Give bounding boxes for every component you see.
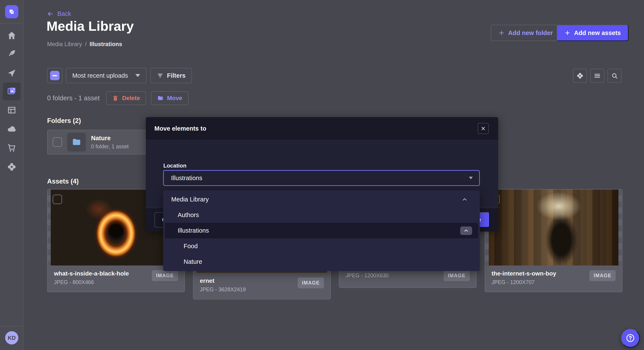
- sidebar: KD: [0, 0, 24, 350]
- chevron-down-icon: [469, 177, 473, 179]
- asset-meta: JPEG - 1200X630: [346, 272, 389, 278]
- sidebar-item-content-manager[interactable]: [0, 101, 24, 120]
- option-label: Media Library: [171, 196, 209, 203]
- back-label: Back: [57, 10, 71, 17]
- plus-icon: [498, 30, 505, 36]
- asset-name: ernet: [200, 277, 246, 284]
- dropdown-option-authors[interactable]: Authors: [165, 207, 478, 223]
- chevron-down-icon: [136, 74, 140, 77]
- sidebar-item-content-builder[interactable]: [0, 44, 24, 63]
- grid-settings-button[interactable]: [573, 69, 587, 83]
- asset-type-badge: IMAGE: [152, 270, 178, 281]
- home-icon: [7, 31, 17, 40]
- select-all-checkbox[interactable]: [47, 68, 62, 83]
- sidebar-item-releases[interactable]: [0, 64, 24, 83]
- add-new-folder-button[interactable]: Add new folder: [491, 25, 560, 41]
- delete-button[interactable]: Delete: [106, 91, 146, 105]
- sort-label: Most recent uploads: [72, 72, 128, 79]
- send-icon: [7, 68, 17, 78]
- avatar[interactable]: KD: [5, 331, 18, 344]
- chevron-up-icon: [463, 228, 469, 234]
- asset-type-badge: IMAGE: [298, 277, 324, 288]
- option-label: Nature: [184, 258, 202, 265]
- sidebar-item-marketplace[interactable]: [0, 139, 24, 157]
- feather-icon: [7, 49, 17, 59]
- asset-meta: JPEG - 1200X707: [492, 279, 556, 285]
- layout-icon: [7, 105, 17, 115]
- sidebar-item-deploy[interactable]: [0, 120, 24, 139]
- folders-heading: Folders (2): [47, 117, 81, 125]
- plus-icon: [564, 30, 571, 36]
- sidebar-item-settings[interactable]: [0, 158, 24, 176]
- cart-icon: [7, 143, 17, 153]
- selection-summary: 0 folders - 1 asset: [47, 91, 100, 105]
- dropdown-option-media-library[interactable]: Media Library: [165, 192, 478, 207]
- chevron-up-icon[interactable]: [462, 196, 468, 203]
- library-photo-image: [489, 190, 618, 265]
- location-select[interactable]: Illustrations: [163, 170, 480, 186]
- assets-heading: Assets (4): [47, 178, 79, 185]
- collapse-children-button[interactable]: [460, 226, 472, 235]
- sidebar-item-home[interactable]: [0, 26, 24, 45]
- strapi-logo-icon[interactable]: [5, 5, 18, 18]
- breadcrumb: Media Library/Illustrations: [47, 41, 122, 48]
- media-library-icon: [7, 86, 17, 96]
- trash-icon: [112, 95, 118, 101]
- list-icon: [594, 72, 601, 79]
- delete-label: Delete: [122, 95, 140, 102]
- asset-checkbox[interactable]: [53, 195, 62, 204]
- filter-icon: [157, 72, 164, 79]
- location-dropdown: Media Library Authors Illustrations Food…: [163, 190, 480, 271]
- sort-dropdown[interactable]: Most recent uploads: [66, 68, 146, 83]
- add-new-folder-label: Add new folder: [508, 30, 553, 37]
- filters-label: Filters: [167, 72, 186, 79]
- asset-meta: JPEG - 3628X2419: [200, 286, 246, 293]
- back-link[interactable]: Back: [47, 10, 71, 17]
- modal-title: Move elements to: [154, 125, 206, 132]
- gear-icon: [576, 72, 584, 79]
- folder-checkbox[interactable]: [53, 137, 62, 147]
- filters-button[interactable]: Filters: [150, 68, 192, 83]
- folder-name: Nature: [91, 135, 129, 142]
- sidebar-divider: [0, 23, 24, 24]
- add-new-assets-button[interactable]: Add new assets: [556, 25, 628, 41]
- breadcrumb-current: Illustrations: [90, 41, 122, 47]
- search-button[interactable]: [608, 69, 622, 83]
- sidebar-divider: [0, 326, 24, 326]
- option-label: Authors: [178, 211, 199, 219]
- page-title: Media Library: [46, 18, 134, 34]
- cloud-icon: [7, 124, 17, 134]
- move-label: Move: [167, 95, 182, 102]
- asset-type-badge: IMAGE: [590, 270, 616, 281]
- add-new-assets-label: Add new assets: [574, 30, 621, 37]
- list-view-button[interactable]: [590, 69, 604, 83]
- option-label: Food: [184, 243, 198, 250]
- move-button[interactable]: Move: [151, 91, 188, 105]
- gear-icon: [7, 162, 17, 172]
- close-icon: [480, 126, 486, 131]
- sidebar-item-media-library[interactable]: [3, 82, 21, 100]
- help-button[interactable]: [621, 329, 640, 347]
- breadcrumb-root[interactable]: Media Library: [47, 41, 82, 47]
- indeterminate-checkbox-icon: [50, 71, 60, 80]
- folder-icon: [157, 95, 164, 101]
- dropdown-option-illustrations[interactable]: Illustrations: [165, 223, 478, 238]
- location-label: Location: [163, 162, 186, 169]
- asset-thumbnail: [485, 190, 622, 265]
- question-mark-icon: [626, 333, 635, 343]
- asset-type-badge: IMAGE: [444, 270, 470, 281]
- asset-name: the-internet-s-own-boy: [492, 270, 556, 277]
- dropdown-option-food[interactable]: Food: [165, 238, 478, 254]
- asset-name: what-s-inside-a-black-hole: [54, 270, 129, 277]
- location-select-value: Illustrations: [171, 175, 202, 182]
- folder-icon: [72, 137, 82, 147]
- dropdown-option-nature[interactable]: Nature: [165, 254, 478, 269]
- folder-thumb: [67, 133, 86, 152]
- asset-card[interactable]: the-internet-s-own-boy JPEG - 1200X707 I…: [485, 189, 622, 292]
- search-icon: [611, 72, 618, 79]
- arrow-left-icon: [47, 11, 54, 17]
- option-label: Illustrations: [178, 227, 209, 234]
- breadcrumb-separator: /: [85, 41, 87, 47]
- asset-meta: JPEG - 800X466: [54, 279, 129, 285]
- close-button[interactable]: [478, 123, 489, 134]
